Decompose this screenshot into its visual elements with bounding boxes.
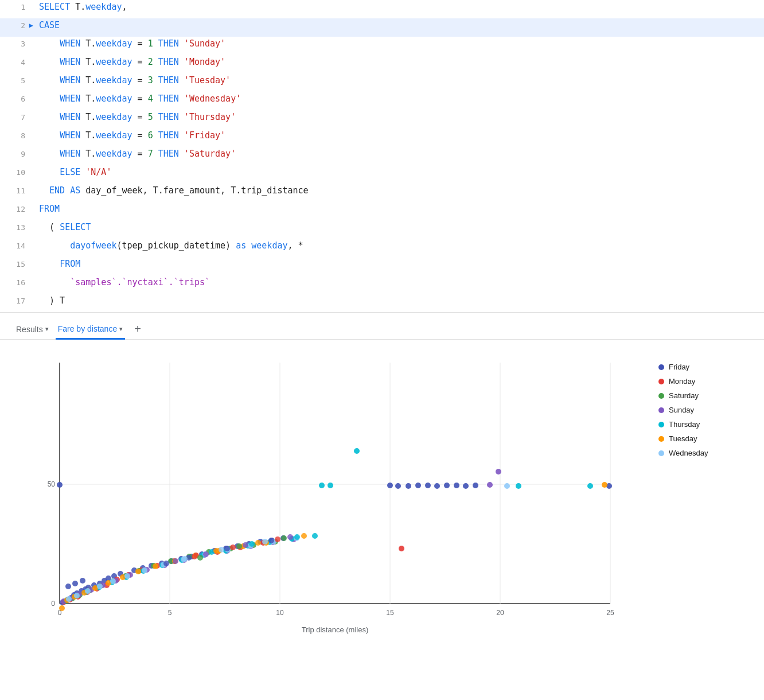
legend-item-sunday: Sunday	[658, 406, 750, 414]
svg-point-53	[444, 483, 450, 488]
code-line-17: 17 ) T	[0, 294, 764, 312]
svg-point-144	[97, 584, 103, 589]
chart-container: Fare Amount (USD) 0 50 0 5	[0, 340, 764, 652]
svg-point-139	[59, 605, 65, 611]
code-line-12: 12FROM	[0, 202, 764, 220]
code-content-8: WHEN T.weekday = 6 THEN 'Friday'	[34, 129, 225, 142]
svg-point-172	[281, 535, 287, 541]
svg-point-176	[163, 561, 169, 566]
svg-text:50: 50	[48, 480, 56, 488]
code-line-9: 9 WHEN T.weekday = 7 THEN 'Saturday'	[0, 147, 764, 165]
svg-point-124	[516, 483, 521, 489]
svg-point-73	[399, 546, 404, 551]
svg-point-54	[454, 483, 459, 488]
svg-point-56	[473, 483, 478, 488]
svg-point-161	[213, 548, 219, 554]
svg-point-143	[85, 588, 91, 594]
code-content-16: `samples`.`nyctaxi`.`trips`	[34, 275, 210, 289]
legend-item-saturday: Saturday	[658, 391, 750, 400]
svg-point-50	[415, 483, 421, 488]
svg-point-163	[224, 546, 230, 551]
code-editor: 1SELECT T.weekday,2▶CASE3 WHEN T.weekday…	[0, 0, 764, 313]
code-line-13: 13 ( SELECT	[0, 220, 764, 239]
svg-point-169	[262, 539, 268, 545]
legend-label-saturday: Saturday	[669, 391, 699, 400]
svg-point-105	[496, 469, 501, 475]
legend-label-friday: Friday	[669, 363, 689, 371]
svg-point-165	[236, 543, 242, 549]
code-line-8: 8 WHEN T.weekday = 6 THEN 'Friday'	[0, 129, 764, 147]
legend-dot-thursday	[658, 422, 664, 427]
x-axis-label: Trip distance (miles)	[302, 625, 369, 634]
code-line-15: 15 FROM	[0, 257, 764, 275]
svg-point-51	[425, 483, 431, 488]
code-content-5: WHEN T.weekday = 3 THEN 'Tuesday'	[34, 73, 231, 87]
code-line-14: 14 dayofweek(tpep_pickup_datetime) as we…	[0, 239, 764, 257]
code-content-11: END AS day_of_week, T.fare_amount, T.tri…	[34, 184, 309, 197]
code-content-3: WHEN T.weekday = 1 THEN 'Sunday'	[34, 37, 225, 50]
legend-dot-sunday	[658, 407, 664, 413]
svg-point-49	[406, 483, 411, 489]
svg-point-123	[328, 483, 333, 488]
results-section: Results ▾ Fare by distance ▾ + Fare Amou…	[0, 313, 764, 652]
svg-text:0: 0	[51, 600, 55, 608]
svg-text:10: 10	[276, 609, 284, 617]
svg-point-175	[301, 533, 307, 539]
code-content-14: dayofweek(tpep_pickup_datetime) as weekd…	[34, 239, 303, 252]
legend-item-thursday: Thursday	[658, 420, 750, 429]
svg-point-104	[487, 482, 493, 488]
tab-add-button[interactable]: +	[130, 320, 146, 339]
code-content-2: CASE	[34, 18, 60, 32]
legend-dot-wednesday	[658, 450, 664, 456]
svg-point-48	[395, 483, 401, 489]
legend-item-wednesday: Wednesday	[658, 449, 750, 457]
legend-label-sunday: Sunday	[669, 406, 694, 414]
svg-point-28	[65, 584, 71, 589]
tab-fare-distance[interactable]: Fare by distance ▾	[56, 320, 126, 340]
svg-point-155	[504, 483, 510, 489]
code-content-1: SELECT T.weekday,	[34, 0, 127, 14]
code-line-16: 16 `samples`.`nyctaxi`.`trips`	[0, 275, 764, 294]
line-number-11: 11	[0, 185, 34, 197]
legend-dot-monday	[658, 379, 664, 384]
svg-point-46	[57, 482, 63, 488]
tab-results[interactable]: Results ▾	[14, 320, 51, 340]
legend-item-monday: Monday	[658, 377, 750, 386]
code-line-5: 5 WHEN T.weekday = 3 THEN 'Tuesday'	[0, 73, 764, 92]
line-number-10: 10	[0, 167, 34, 179]
code-line-10: 10 ELSE 'N/A'	[0, 165, 764, 184]
code-line-2: 2▶CASE	[0, 18, 764, 37]
code-content-7: WHEN T.weekday = 5 THEN 'Thursday'	[34, 110, 236, 124]
svg-point-178	[182, 556, 188, 562]
line-number-6: 6	[0, 94, 34, 106]
code-line-1: 1SELECT T.weekday,	[0, 0, 764, 18]
code-content-10: ELSE 'N/A'	[34, 165, 111, 179]
svg-point-132	[135, 569, 141, 574]
line-number-7: 7	[0, 112, 34, 124]
code-line-11: 11 END AS day_of_week, T.fare_amount, T.…	[0, 184, 764, 202]
code-content-4: WHEN T.weekday = 2 THEN 'Monday'	[34, 55, 225, 69]
line-number-13: 13	[0, 222, 34, 234]
svg-point-47	[387, 483, 393, 488]
tab-fare-label: Fare by distance	[58, 324, 118, 333]
line-number-3: 3	[0, 38, 34, 50]
line-number-4: 4	[0, 57, 34, 69]
svg-point-29	[72, 581, 78, 586]
code-line-3: 3 WHEN T.weekday = 1 THEN 'Sunday'	[0, 37, 764, 55]
svg-point-145	[110, 578, 116, 584]
line-number-14: 14	[0, 240, 34, 252]
svg-point-168	[255, 540, 261, 546]
code-content-17: ) T	[34, 294, 65, 308]
svg-point-133	[153, 563, 158, 569]
svg-point-159	[203, 551, 209, 557]
svg-point-125	[587, 483, 593, 489]
line-number-9: 9	[0, 149, 34, 161]
svg-point-167	[249, 541, 255, 547]
line-number-8: 8	[0, 130, 34, 142]
tabs-bar: Results ▾ Fare by distance ▾ +	[0, 313, 764, 340]
tab-results-label: Results	[16, 325, 43, 334]
legend-label-tuesday: Tuesday	[669, 434, 697, 443]
chart-area: Fare Amount (USD) 0 50 0 5	[14, 351, 658, 640]
svg-point-122	[319, 483, 325, 488]
svg-point-141	[66, 596, 72, 602]
